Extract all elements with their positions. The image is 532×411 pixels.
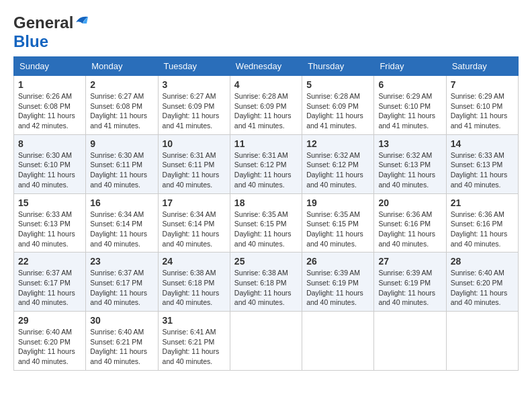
daylight-label: Daylight: 11 hours and 40 minutes. bbox=[163, 230, 220, 248]
calendar-week-3: 15 Sunrise: 6:33 AM Sunset: 6:13 PM Dayl… bbox=[14, 193, 519, 253]
day-number: 7 bbox=[451, 79, 514, 90]
day-info: Sunrise: 6:33 AM Sunset: 6:13 PM Dayligh… bbox=[18, 210, 81, 249]
sunrise-label: Sunrise: 6:38 AM bbox=[234, 269, 288, 277]
day-info: Sunrise: 6:39 AM Sunset: 6:19 PM Dayligh… bbox=[306, 268, 369, 308]
day-info: Sunrise: 6:30 AM Sunset: 6:11 PM Dayligh… bbox=[90, 150, 153, 190]
sunset-label: Sunset: 6:14 PM bbox=[90, 220, 142, 228]
day-info: Sunrise: 6:35 AM Sunset: 6:15 PM Dayligh… bbox=[234, 210, 298, 249]
sunrise-label: Sunrise: 6:35 AM bbox=[306, 210, 360, 218]
sunset-label: Sunset: 6:17 PM bbox=[18, 279, 71, 287]
day-number: 27 bbox=[378, 256, 441, 267]
daylight-label: Daylight: 11 hours and 40 minutes. bbox=[90, 347, 147, 365]
day-info: Sunrise: 6:32 AM Sunset: 6:13 PM Dayligh… bbox=[378, 150, 441, 190]
day-header-sunday: Sunday bbox=[14, 57, 86, 76]
day-number: 25 bbox=[234, 256, 298, 267]
daylight-label: Daylight: 11 hours and 40 minutes. bbox=[90, 171, 147, 189]
daylight-label: Daylight: 11 hours and 40 minutes. bbox=[306, 171, 363, 189]
calendar-day-5: 5 Sunrise: 6:28 AM Sunset: 6:09 PM Dayli… bbox=[302, 76, 374, 135]
calendar-day-8: 8 Sunrise: 6:30 AM Sunset: 6:10 PM Dayli… bbox=[14, 134, 86, 193]
calendar-day-29: 29 Sunrise: 6:40 AM Sunset: 6:20 PM Dayl… bbox=[14, 312, 86, 371]
day-info: Sunrise: 6:27 AM Sunset: 6:08 PM Dayligh… bbox=[90, 91, 153, 131]
day-info: Sunrise: 6:34 AM Sunset: 6:14 PM Dayligh… bbox=[90, 210, 153, 249]
calendar-day-14: 14 Sunrise: 6:33 AM Sunset: 6:13 PM Dayl… bbox=[446, 134, 518, 193]
sunset-label: Sunset: 6:18 PM bbox=[234, 279, 287, 287]
day-info: Sunrise: 6:29 AM Sunset: 6:10 PM Dayligh… bbox=[451, 91, 514, 131]
sunset-label: Sunset: 6:12 PM bbox=[234, 161, 287, 169]
sunrise-label: Sunrise: 6:30 AM bbox=[18, 151, 72, 159]
day-number: 13 bbox=[378, 138, 441, 149]
day-number: 14 bbox=[451, 138, 514, 149]
calendar-day-30: 30 Sunrise: 6:40 AM Sunset: 6:21 PM Dayl… bbox=[86, 312, 158, 371]
day-number: 1 bbox=[18, 79, 81, 90]
day-info: Sunrise: 6:36 AM Sunset: 6:16 PM Dayligh… bbox=[451, 210, 514, 249]
daylight-label: Daylight: 11 hours and 40 minutes. bbox=[378, 171, 435, 189]
sunrise-label: Sunrise: 6:36 AM bbox=[451, 210, 504, 218]
daylight-label: Daylight: 11 hours and 41 minutes. bbox=[234, 111, 292, 130]
daylight-label: Daylight: 11 hours and 40 minutes. bbox=[306, 289, 363, 307]
day-info: Sunrise: 6:40 AM Sunset: 6:21 PM Dayligh… bbox=[90, 327, 153, 367]
calendar-day-3: 3 Sunrise: 6:27 AM Sunset: 6:09 PM Dayli… bbox=[158, 76, 230, 135]
daylight-label: Daylight: 11 hours and 40 minutes. bbox=[163, 289, 220, 307]
calendar-day-24: 24 Sunrise: 6:38 AM Sunset: 6:18 PM Dayl… bbox=[158, 253, 230, 312]
sunrise-label: Sunrise: 6:40 AM bbox=[18, 328, 72, 336]
sunrise-label: Sunrise: 6:36 AM bbox=[378, 210, 432, 218]
sunset-label: Sunset: 6:20 PM bbox=[18, 338, 71, 346]
sunrise-label: Sunrise: 6:28 AM bbox=[234, 92, 288, 100]
day-number: 19 bbox=[306, 197, 369, 208]
day-info: Sunrise: 6:38 AM Sunset: 6:18 PM Dayligh… bbox=[234, 268, 298, 308]
sunset-label: Sunset: 6:10 PM bbox=[451, 102, 503, 110]
day-info: Sunrise: 6:37 AM Sunset: 6:17 PM Dayligh… bbox=[90, 268, 153, 308]
page-header: General Blue bbox=[13, 13, 519, 51]
daylight-label: Daylight: 11 hours and 41 minutes. bbox=[451, 111, 508, 130]
day-info: Sunrise: 6:27 AM Sunset: 6:09 PM Dayligh… bbox=[163, 91, 226, 131]
daylight-label: Daylight: 11 hours and 41 minutes. bbox=[306, 111, 363, 130]
sunset-label: Sunset: 6:13 PM bbox=[18, 220, 71, 228]
sunset-label: Sunset: 6:16 PM bbox=[378, 220, 431, 228]
calendar-day-22: 22 Sunrise: 6:37 AM Sunset: 6:17 PM Dayl… bbox=[14, 253, 86, 312]
sunset-label: Sunset: 6:18 PM bbox=[163, 279, 215, 287]
sunrise-label: Sunrise: 6:39 AM bbox=[306, 269, 360, 277]
daylight-label: Daylight: 11 hours and 40 minutes. bbox=[451, 171, 508, 189]
day-number: 24 bbox=[163, 256, 226, 267]
daylight-label: Daylight: 11 hours and 40 minutes. bbox=[378, 289, 435, 307]
calendar-day-21: 21 Sunrise: 6:36 AM Sunset: 6:16 PM Dayl… bbox=[446, 193, 518, 253]
sunrise-label: Sunrise: 6:34 AM bbox=[90, 210, 144, 218]
daylight-label: Daylight: 11 hours and 40 minutes. bbox=[378, 230, 435, 248]
sunrise-label: Sunrise: 6:31 AM bbox=[234, 151, 288, 159]
daylight-label: Daylight: 11 hours and 40 minutes. bbox=[451, 230, 508, 248]
calendar-day-31: 31 Sunrise: 6:41 AM Sunset: 6:21 PM Dayl… bbox=[158, 312, 230, 371]
day-number: 20 bbox=[378, 197, 441, 208]
daylight-label: Daylight: 11 hours and 41 minutes. bbox=[163, 111, 220, 130]
calendar-week-4: 22 Sunrise: 6:37 AM Sunset: 6:17 PM Dayl… bbox=[14, 253, 519, 312]
sunset-label: Sunset: 6:13 PM bbox=[451, 161, 503, 169]
daylight-label: Daylight: 11 hours and 40 minutes. bbox=[306, 230, 363, 248]
sunrise-label: Sunrise: 6:32 AM bbox=[306, 151, 360, 159]
sunset-label: Sunset: 6:08 PM bbox=[90, 102, 142, 110]
day-header-friday: Friday bbox=[374, 57, 446, 76]
day-number: 26 bbox=[306, 256, 369, 267]
sunrise-label: Sunrise: 6:27 AM bbox=[90, 92, 144, 100]
day-info: Sunrise: 6:38 AM Sunset: 6:18 PM Dayligh… bbox=[163, 268, 226, 308]
empty-cell bbox=[374, 312, 446, 371]
sunrise-label: Sunrise: 6:35 AM bbox=[234, 210, 288, 218]
day-header-wednesday: Wednesday bbox=[230, 57, 302, 76]
sunset-label: Sunset: 6:15 PM bbox=[306, 220, 359, 228]
day-number: 4 bbox=[234, 79, 298, 90]
calendar-day-13: 13 Sunrise: 6:32 AM Sunset: 6:13 PM Dayl… bbox=[374, 134, 446, 193]
day-number: 11 bbox=[234, 138, 298, 149]
day-info: Sunrise: 6:28 AM Sunset: 6:09 PM Dayligh… bbox=[234, 91, 298, 131]
day-number: 16 bbox=[90, 197, 153, 208]
day-info: Sunrise: 6:31 AM Sunset: 6:12 PM Dayligh… bbox=[234, 150, 298, 190]
sunrise-label: Sunrise: 6:31 AM bbox=[163, 151, 216, 159]
sunset-label: Sunset: 6:10 PM bbox=[378, 102, 431, 110]
calendar-day-12: 12 Sunrise: 6:32 AM Sunset: 6:12 PM Dayl… bbox=[302, 134, 374, 193]
sunset-label: Sunset: 6:20 PM bbox=[451, 279, 503, 287]
calendar-day-17: 17 Sunrise: 6:34 AM Sunset: 6:14 PM Dayl… bbox=[158, 193, 230, 253]
calendar-day-18: 18 Sunrise: 6:35 AM Sunset: 6:15 PM Dayl… bbox=[230, 193, 302, 253]
day-header-thursday: Thursday bbox=[302, 57, 374, 76]
sunset-label: Sunset: 6:14 PM bbox=[163, 220, 215, 228]
calendar-day-19: 19 Sunrise: 6:35 AM Sunset: 6:15 PM Dayl… bbox=[302, 193, 374, 253]
day-number: 18 bbox=[234, 197, 298, 208]
calendar-week-5: 29 Sunrise: 6:40 AM Sunset: 6:20 PM Dayl… bbox=[14, 312, 519, 371]
calendar-day-6: 6 Sunrise: 6:29 AM Sunset: 6:10 PM Dayli… bbox=[374, 76, 446, 135]
